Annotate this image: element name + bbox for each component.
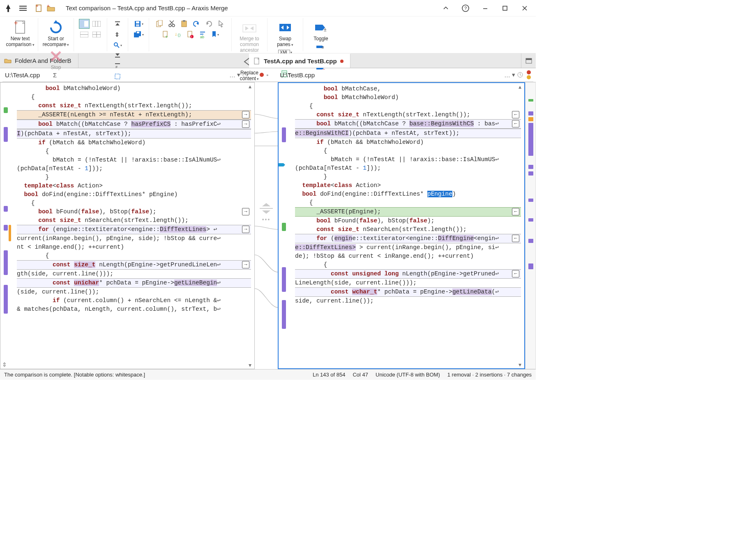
merge-left-button[interactable]: ← — [512, 235, 519, 242]
code-line[interactable]: bool bMatchWholeWord) — [17, 84, 251, 93]
help-icon[interactable]: ? — [456, 2, 475, 15]
code-line[interactable]: const unsigned long nLength(pEngine->get… — [295, 269, 521, 279]
redo-icon[interactable] — [203, 19, 214, 29]
paste-icon[interactable] — [179, 19, 189, 29]
code-line[interactable]: (pchData[nTestAt - 1])); — [295, 164, 521, 173]
cut-icon[interactable] — [166, 19, 177, 29]
code-line[interactable]: if (bMatch && bMatchWholeWord) — [17, 139, 251, 147]
format-icon[interactable]: ab — [197, 30, 208, 39]
code-line[interactable]: const size_t nTextLength(strText.length(… — [17, 102, 251, 110]
code-line[interactable]: for (engine::textiterator<engine::DiffEn… — [295, 234, 521, 243]
code-line[interactable]: bool bMatch((bMatchCase ? base::BeginsWi… — [295, 119, 521, 129]
layout-three-icon[interactable] — [91, 19, 102, 29]
new-text-comparison-button[interactable]: + New text comparison — [6, 19, 35, 48]
code-line[interactable]: { — [17, 147, 251, 156]
code-line[interactable]: const unichar* pchData = pEngine->getLin… — [17, 278, 251, 288]
minimize-button[interactable] — [476, 2, 495, 15]
code-line[interactable]: bool bMatchWholeWord) — [295, 93, 521, 102]
code-line[interactable]: { — [295, 147, 521, 155]
code-line[interactable]: I)(pchData + nTestAt, strText)); — [17, 129, 251, 139]
bookmark-icon[interactable] — [210, 30, 220, 39]
pointer-icon[interactable] — [216, 19, 226, 29]
undo-icon[interactable] — [191, 19, 202, 29]
code-line[interactable]: { — [17, 93, 251, 102]
tab-files[interactable]: TestA.cpp and TestB.cpp — [249, 53, 350, 68]
code-line[interactable]: if (current.column() + nSearchLen <= nLe… — [17, 296, 251, 305]
code-line[interactable]: bool bFound(false), bStop(false); — [295, 217, 521, 225]
menu-button[interactable] — [16, 2, 30, 15]
code-line[interactable]: gth(side, current.line())); — [17, 270, 251, 278]
code-line[interactable]: { — [295, 102, 521, 111]
swap-panes-button[interactable]: Swap panes — [271, 19, 300, 48]
overview-strip[interactable] — [525, 82, 536, 369]
code-line[interactable]: (pchData[nTestAt - 1])); — [17, 164, 251, 173]
collapse-up-icon[interactable] — [112, 19, 123, 29]
link-handle-icon[interactable]: ••• — [262, 216, 271, 223]
code-line[interactable]: LineLength(side, current.line())); — [295, 279, 521, 287]
merge-right-button[interactable]: → — [242, 226, 249, 233]
layout-stack-icon[interactable] — [79, 30, 90, 39]
code-line[interactable]: current(inRange.begin(), pEngine, side);… — [17, 234, 251, 243]
expand-vert-icon[interactable]: ⇕ — [2, 361, 7, 368]
pane-right[interactable]: ▴ bool bMatchCase, bool bMatchWholeWord)… — [278, 82, 525, 369]
path-right-more[interactable]: … — [504, 72, 510, 79]
code-line[interactable]: bool doFind(engine::DiffTextLines* pEngi… — [295, 190, 521, 199]
code-line[interactable]: { — [295, 199, 521, 207]
code-line[interactable]: de); !bStop && current < inRange.end(); … — [295, 252, 521, 261]
code-left[interactable]: bool bMatchWholeWord) { const size_t nTe… — [0, 83, 254, 315]
code-line[interactable]: side, current.line()); — [295, 297, 521, 305]
code-line[interactable]: bool bMatchCase, — [295, 85, 521, 93]
code-line[interactable]: bool doFind(engine::DiffTextLines* pEngi… — [17, 190, 251, 199]
code-line[interactable]: (side, current.line()); — [17, 288, 251, 296]
merge-left-button[interactable]: ← — [512, 120, 519, 127]
layout-side-icon[interactable] — [79, 19, 90, 29]
code-line[interactable]: template<class Action> — [295, 181, 521, 190]
merge-right-button[interactable]: → — [242, 111, 249, 118]
code-line[interactable]: bMatch = (!nTestAt || !araxis::base::IsA… — [17, 156, 251, 164]
code-line[interactable]: if (bMatch && bMatchWholeWord) — [295, 138, 521, 147]
scroll-down-icon[interactable]: ▾ — [247, 362, 253, 368]
code-line[interactable]: const size_t nLength(pEngine->getPrunedL… — [17, 260, 251, 270]
goto-tag-icon[interactable]: ↓⟨⟩ — [173, 30, 183, 39]
pane-left[interactable]: ▴ bool bMatchWholeWord) { const size_t n… — [0, 82, 255, 369]
save-all-icon[interactable] — [133, 30, 144, 39]
code-line[interactable]: _ASSERTE(pEngine);← — [295, 207, 521, 217]
code-line[interactable]: nt < inRange.end(); ++current) — [17, 243, 251, 252]
chevron-down-icon[interactable]: ▾ — [237, 71, 240, 79]
layout-grid-icon[interactable] — [91, 30, 102, 39]
code-line[interactable]: e::BeginsWithCI)(pchData + nTestAt, strT… — [295, 129, 521, 138]
merge-right-button[interactable]: → — [242, 208, 249, 215]
maximize-button[interactable] — [496, 2, 514, 15]
copy-icon[interactable] — [154, 19, 165, 29]
chevron-down-icon[interactable]: ▾ — [512, 71, 515, 79]
save-icon[interactable] — [133, 19, 144, 29]
search-icon[interactable] — [112, 40, 123, 50]
code-line[interactable]: _ASSERTE(nLength >= nTestAt + nTextLengt… — [17, 110, 251, 120]
code-line[interactable]: } — [17, 173, 251, 182]
code-line[interactable]: bool bFound(false), bStop(false);→ — [17, 208, 251, 216]
merge-left-button[interactable]: ← — [512, 270, 519, 277]
close-button[interactable] — [515, 2, 534, 15]
merge-right-button[interactable]: → — [242, 261, 249, 268]
code-line[interactable]: } — [295, 173, 521, 181]
code-line[interactable]: { — [17, 252, 251, 260]
code-line[interactable]: { — [17, 199, 251, 208]
recompare-button[interactable]: Start or recompare — [41, 19, 70, 48]
doc-plus-icon[interactable]: + — [160, 30, 171, 39]
mark-change-icon[interactable]: ≡ — [316, 42, 326, 52]
ribbon-collapse-icon[interactable] — [436, 2, 455, 15]
code-right[interactable]: bool bMatchCase, bool bMatchWholeWord) {… — [279, 83, 524, 307]
toggle-button[interactable]: ± Toggle — [307, 19, 335, 42]
history-icon[interactable] — [242, 72, 249, 78]
code-line[interactable]: { — [295, 261, 521, 269]
doc-warn-icon[interactable]: ! — [185, 30, 196, 39]
merge-right-button[interactable]: → — [242, 120, 249, 128]
code-line[interactable]: const wchar_t* pchData = pEngine->getLin… — [295, 287, 521, 297]
code-line[interactable]: template<class Action> — [17, 182, 251, 190]
expand-icon[interactable]: ⇕ — [112, 30, 123, 39]
new-file-icon[interactable]: + — [34, 3, 44, 13]
scroll-down-icon[interactable]: ▾ — [517, 362, 523, 367]
merge-left-button[interactable]: ← — [512, 111, 519, 118]
code-line[interactable]: const size_t nSearchLen(strText.length()… — [17, 216, 251, 225]
path-left-more[interactable]: … — [229, 72, 235, 79]
